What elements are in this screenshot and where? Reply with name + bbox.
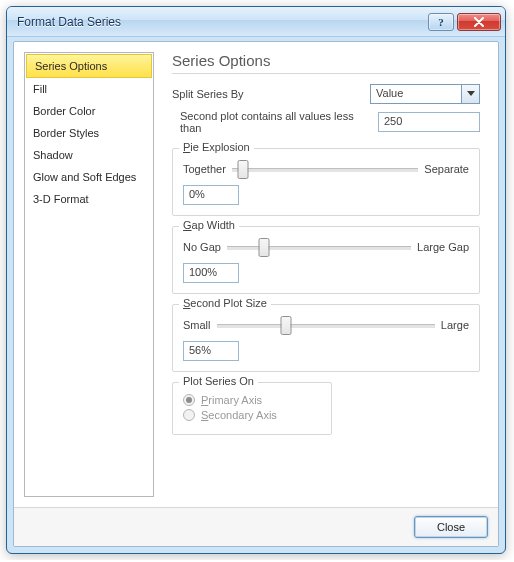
input-value: 100% xyxy=(189,266,217,278)
gap-width-slider[interactable] xyxy=(227,239,411,255)
gap-width-group: Gap Width No Gap Large Gap 100% xyxy=(172,226,480,294)
second-plot-size-value-input[interactable]: 56% xyxy=(183,341,239,361)
sidebar-item-label: Series Options xyxy=(35,60,107,72)
sidebar-item-label: Shadow xyxy=(33,149,73,161)
second-plot-contains-label: Second plot contains all values less tha… xyxy=(172,110,362,134)
sidebar-item-series-options[interactable]: Series Options xyxy=(26,54,152,78)
plot-series-on-group: Plot Series On Primary Axis Secondary Ax… xyxy=(172,382,332,435)
sidebar-item-border-styles[interactable]: Border Styles xyxy=(25,122,153,144)
pie-explosion-value-input[interactable]: 0% xyxy=(183,185,239,205)
second-plot-value-input[interactable]: 250 xyxy=(378,112,480,132)
sidebar-item-label: Border Styles xyxy=(33,127,99,139)
second-plot-size-max-label: Large xyxy=(441,319,469,331)
titlebar[interactable]: Format Data Series ? xyxy=(7,7,505,37)
window-title: Format Data Series xyxy=(17,15,425,29)
plot-series-on-legend: Plot Series On xyxy=(179,375,258,387)
main-panel: Series Options Split Series By Value Sec… xyxy=(154,42,498,507)
pie-explosion-legend: Pie Explosion xyxy=(179,141,254,153)
dialog-footer: Close xyxy=(14,507,498,546)
client-area: Series Options Fill Border Color Border … xyxy=(13,41,499,547)
sidebar-item-label: Border Color xyxy=(33,105,95,117)
sidebar-item-glow[interactable]: Glow and Soft Edges xyxy=(25,166,153,188)
help-icon: ? xyxy=(436,16,446,28)
pie-explosion-min-label: Together xyxy=(183,163,226,175)
input-value: 250 xyxy=(384,115,402,127)
slider-thumb[interactable] xyxy=(238,160,249,179)
input-value: 0% xyxy=(189,188,205,200)
slider-thumb[interactable] xyxy=(281,316,292,335)
sidebar-item-label: 3-D Format xyxy=(33,193,89,205)
svg-text:?: ? xyxy=(438,16,444,28)
second-plot-size-slider[interactable] xyxy=(217,317,435,333)
combo-dropdown-button[interactable] xyxy=(461,85,479,103)
split-by-value: Value xyxy=(371,85,461,103)
sidebar-item-fill[interactable]: Fill xyxy=(25,78,153,100)
input-value: 56% xyxy=(189,344,211,356)
close-button[interactable]: Close xyxy=(414,516,488,538)
second-plot-size-min-label: Small xyxy=(183,319,211,331)
sidebar-item-label: Fill xyxy=(33,83,47,95)
close-icon xyxy=(472,17,486,27)
gap-width-legend: Gap Width xyxy=(179,219,239,231)
second-plot-size-legend: Second Plot Size xyxy=(179,297,271,309)
category-sidebar: Series Options Fill Border Color Border … xyxy=(24,52,154,497)
second-plot-size-group: Second Plot Size Small Large 56% xyxy=(172,304,480,372)
pie-explosion-slider[interactable] xyxy=(232,161,419,177)
chevron-down-icon xyxy=(467,91,475,97)
sidebar-item-label: Glow and Soft Edges xyxy=(33,171,136,183)
secondary-axis-radio: Secondary Axis xyxy=(183,409,321,421)
help-button[interactable]: ? xyxy=(428,13,454,31)
sidebar-item-border-color[interactable]: Border Color xyxy=(25,100,153,122)
split-by-label: Split Series By xyxy=(172,88,244,100)
split-by-combo[interactable]: Value xyxy=(370,84,480,104)
dialog-window: Format Data Series ? Series Options Fill… xyxy=(6,6,506,554)
radio-icon xyxy=(183,394,195,406)
radio-icon xyxy=(183,409,195,421)
pie-explosion-group: Pie Explosion Together Separate 0% xyxy=(172,148,480,216)
gap-width-value-input[interactable]: 100% xyxy=(183,263,239,283)
primary-axis-radio: Primary Axis xyxy=(183,394,321,406)
button-label: Close xyxy=(437,521,465,533)
slider-thumb[interactable] xyxy=(258,238,269,257)
sidebar-item-3d-format[interactable]: 3-D Format xyxy=(25,188,153,210)
sidebar-item-shadow[interactable]: Shadow xyxy=(25,144,153,166)
panel-heading: Series Options xyxy=(172,52,480,69)
pie-explosion-max-label: Separate xyxy=(424,163,469,175)
gap-width-max-label: Large Gap xyxy=(417,241,469,253)
divider xyxy=(172,73,480,74)
gap-width-min-label: No Gap xyxy=(183,241,221,253)
close-window-button[interactable] xyxy=(457,13,501,31)
